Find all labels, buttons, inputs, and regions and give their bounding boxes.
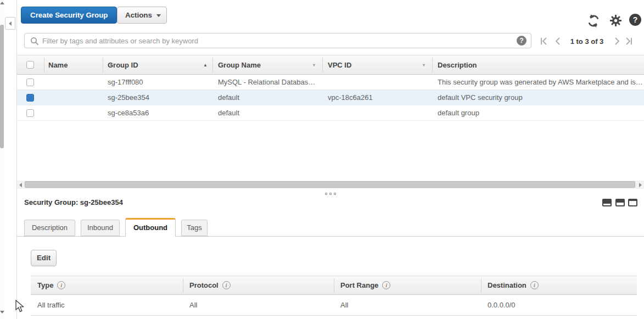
cell-group-name: MySQL - Relational Databas… — [218, 75, 315, 89]
pane-maximize-icon[interactable] — [628, 199, 637, 206]
chevron-down-icon — [156, 14, 161, 17]
row-checkbox[interactable] — [26, 109, 34, 117]
scroll-down-icon[interactable] — [0, 311, 4, 314]
edit-button[interactable]: Edit — [31, 250, 57, 266]
column-header-port-range: Port Range i — [340, 281, 390, 289]
filter-box[interactable]: ? — [24, 33, 531, 48]
info-icon[interactable]: i — [57, 281, 65, 289]
sidebar-collapse-handle[interactable] — [5, 17, 15, 30]
vertical-scroll-thumb[interactable] — [0, 25, 4, 148]
info-icon[interactable]: i — [222, 281, 231, 289]
security-groups-console: Create Security Group Actions ? ? — [0, 0, 644, 319]
tab-inbound[interactable]: Inbound — [81, 220, 120, 236]
cell-port-range: All — [340, 295, 348, 316]
column-label: Destination — [488, 281, 527, 289]
column-label: Name — [48, 61, 68, 69]
cell-destination: 0.0.0.0/0 — [488, 295, 516, 316]
filter-input[interactable] — [42, 34, 503, 47]
column-separator — [481, 278, 481, 293]
cell-vpc-id: vpc-18c6a261 — [328, 90, 373, 105]
column-separator — [322, 58, 323, 72]
last-page-icon[interactable] — [624, 37, 634, 46]
previous-page-icon[interactable] — [553, 37, 563, 46]
column-separator — [44, 58, 44, 72]
column-label: Group Name — [218, 61, 261, 69]
search-icon — [30, 37, 39, 46]
row-checkbox[interactable] — [26, 79, 34, 86]
column-label: Description — [438, 61, 477, 69]
column-separator — [212, 58, 213, 72]
filter-dropdown-icon[interactable]: ▾ — [313, 63, 315, 68]
pagination-range: 1 to 3 of 3 — [563, 37, 611, 46]
row-checkbox-checked[interactable] — [26, 94, 34, 102]
column-header-group-id[interactable]: Group ID ▲ — [108, 61, 138, 69]
cell-group-id: sg-ce8a53a6 — [108, 105, 149, 120]
help-icon[interactable]: ? — [629, 14, 641, 26]
cell-description: default VPC security group — [438, 90, 643, 105]
refresh-icon[interactable] — [586, 14, 601, 28]
column-header-name[interactable]: Name ▾ — [48, 61, 68, 69]
cell-group-name: default — [218, 90, 239, 105]
cell-group-id: sg-17fff080 — [108, 75, 143, 89]
column-separator — [334, 278, 334, 293]
column-header-vpc-id[interactable]: VPC ID ▾ — [328, 61, 351, 69]
column-separator — [432, 58, 433, 72]
info-icon[interactable]: i — [530, 281, 539, 289]
filter-dropdown-icon[interactable]: ▾ — [423, 63, 425, 68]
column-label: Group ID — [108, 61, 138, 69]
table-row[interactable]: sg-ce8a53a6 default default group — [17, 105, 644, 121]
scroll-right-icon[interactable] — [639, 183, 642, 187]
chevron-left-icon — [9, 21, 12, 26]
column-separator — [103, 58, 103, 72]
pane-split-icon[interactable] — [615, 199, 625, 206]
column-header-group-name[interactable]: Group Name ▾ — [218, 61, 261, 69]
content-divider — [16, 0, 17, 319]
actions-button-label: Actions — [125, 11, 152, 19]
vertical-scrollbar[interactable] — [0, 0, 4, 319]
detail-panel-title: Security Group: sg-25bee354 — [24, 198, 123, 206]
tab-tags[interactable]: Tags — [181, 220, 208, 236]
scroll-up-icon[interactable] — [0, 2, 4, 4]
actions-button[interactable]: Actions — [117, 7, 167, 24]
column-label: Protocol — [189, 281, 219, 289]
cell-description: This security group was generated by AWS… — [438, 75, 643, 89]
table-row-selected[interactable]: sg-25bee354 default vpc-18c6a261 default… — [17, 90, 644, 105]
column-header-description[interactable]: Description — [438, 61, 477, 69]
column-label: Port Range — [340, 281, 378, 289]
column-header-destination: Destination i — [488, 281, 539, 289]
select-all-checkbox[interactable] — [26, 61, 34, 69]
create-security-group-button[interactable]: Create Security Group — [21, 7, 117, 24]
rules-table-header: Type i Protocol i Port Range i Destinati… — [31, 276, 637, 295]
filter-help-icon[interactable]: ? — [517, 36, 527, 46]
info-icon[interactable]: i — [382, 281, 390, 289]
scroll-left-icon[interactable] — [19, 183, 22, 187]
pane-resize-handle[interactable] — [325, 193, 336, 195]
gear-icon[interactable] — [610, 15, 621, 26]
cell-group-id: sg-25bee354 — [108, 90, 149, 105]
tab-outbound[interactable]: Outbound — [125, 218, 176, 237]
cell-protocol: All — [189, 295, 197, 316]
column-header-type: Type i — [37, 281, 65, 289]
next-page-icon[interactable] — [612, 37, 621, 46]
horizontal-scrollbar[interactable] — [17, 181, 644, 189]
table-row[interactable]: sg-17fff080 MySQL - Relational Databas… … — [17, 75, 644, 90]
column-header-protocol: Protocol i — [189, 281, 231, 289]
sort-ascending-icon[interactable]: ▲ — [203, 63, 208, 68]
rule-row: All traffic All All 0.0.0.0/0 — [31, 295, 637, 316]
horizontal-scroll-thumb[interactable] — [25, 181, 635, 188]
cell-group-name: default — [218, 105, 239, 120]
pane-minimize-icon[interactable] — [602, 199, 612, 206]
cell-description: default group — [438, 105, 643, 120]
tab-description[interactable]: Description — [24, 220, 75, 236]
column-separator — [183, 278, 183, 293]
cell-type: All traffic — [37, 295, 65, 316]
tabs-divider — [17, 236, 644, 237]
groups-table-header: Name ▾ Group ID ▲ Group Name ▾ VPC ID ▾ … — [17, 55, 644, 75]
first-page-icon[interactable] — [539, 37, 549, 46]
column-label: Type — [37, 281, 53, 289]
mouse-cursor — [14, 300, 26, 313]
column-label: VPC ID — [328, 61, 351, 69]
